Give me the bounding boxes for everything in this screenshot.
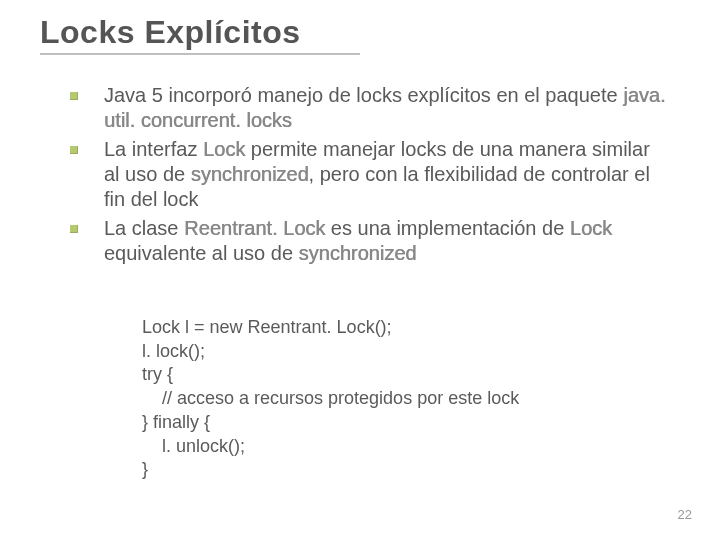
page-number: 22 [678, 507, 692, 522]
code-ref: Lock [570, 217, 612, 239]
code-block: Lock l = new Reentrant. Lock(); l. lock(… [142, 292, 680, 482]
code-line: } [142, 459, 148, 479]
code-ref: Lock [203, 138, 245, 160]
bullet-item: La clase Reentrant. Lock es una implemen… [70, 216, 670, 266]
text: La interfaz [104, 138, 203, 160]
slide-title: Locks Explícitos [40, 14, 680, 51]
bullet-item: La interfaz Lock permite manejar locks d… [70, 137, 670, 212]
text: es una implementación de [325, 217, 570, 239]
text: Java 5 incorporó manejo de locks explíci… [104, 84, 623, 106]
code-ref: synchronized [299, 242, 417, 264]
title-underline [40, 53, 360, 55]
code-ref: Reentrant. Lock [184, 217, 325, 239]
text: La clase [104, 217, 184, 239]
code-line: } finally { [142, 412, 210, 432]
code-ref: synchronized [191, 163, 309, 185]
code-line: try { [142, 364, 173, 384]
bullet-list: Java 5 incorporó manejo de locks explíci… [40, 83, 680, 266]
code-line: l. unlock(); [142, 435, 245, 459]
code-line: Lock l = new Reentrant. Lock(); [142, 317, 392, 337]
bullet-item: Java 5 incorporó manejo de locks explíci… [70, 83, 670, 133]
code-line: l. lock(); [142, 341, 205, 361]
slide: Locks Explícitos Java 5 incorporó manejo… [0, 0, 720, 540]
code-line: // acceso a recursos protegidos por este… [142, 387, 519, 411]
text: equivalente al uso de [104, 242, 299, 264]
